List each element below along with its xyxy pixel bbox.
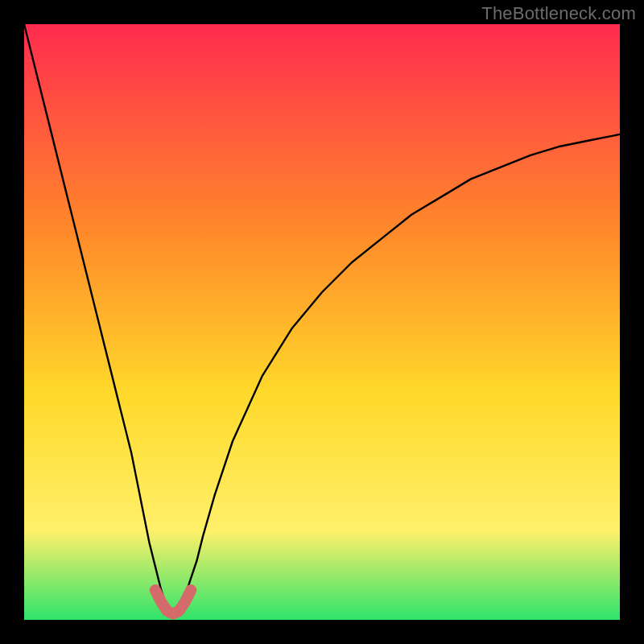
chart-area — [24, 24, 620, 620]
outer-frame: TheBottleneck.com — [0, 0, 644, 644]
watermark-text: TheBottleneck.com — [481, 3, 636, 24]
gradient-background — [24, 24, 620, 620]
bottleneck-chart — [24, 24, 620, 620]
